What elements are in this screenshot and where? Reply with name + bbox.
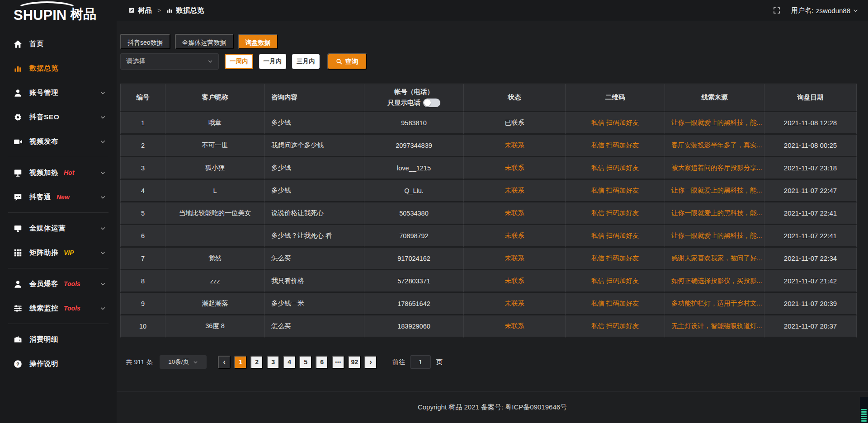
tab-media-operation-data[interactable]: 全媒体运营数据 xyxy=(175,34,234,49)
col-id: 编号 xyxy=(120,84,165,112)
topbar: 树品 > 数据总览 用户名: zswodun88 xyxy=(117,0,868,21)
range-button-one-week[interactable]: 一周内 xyxy=(225,54,253,69)
total-count: 共 911 条 xyxy=(126,358,153,367)
cell-status: 未联系 xyxy=(464,225,566,248)
page-size-value: 10条/页 xyxy=(168,358,189,366)
sidebar-item-operation-guide[interactable]: ? 操作说明 xyxy=(0,352,117,376)
sidebar-item-video-publish[interactable]: 视频发布 xyxy=(0,129,117,154)
qrcode-link[interactable]: 私信 扫码加好友 xyxy=(591,209,639,216)
cell-status: 未联系 xyxy=(464,135,566,157)
source-link[interactable]: 如何正确选择投影仪，买投影... xyxy=(671,277,762,284)
cell-qrcode: 私信 扫码加好友 xyxy=(566,112,665,135)
home-icon xyxy=(14,40,22,48)
page-more-button[interactable]: ••• xyxy=(332,356,344,369)
prev-page-button[interactable]: ‹ xyxy=(218,356,231,369)
sidebar-item-matrix-boost[interactable]: 矩阵助推 VIP xyxy=(0,240,117,265)
user-icon xyxy=(14,89,22,97)
sidebar-item-data-overview[interactable]: 数据总览 xyxy=(0,56,117,80)
range-button-one-month[interactable]: 一月内 xyxy=(259,54,287,69)
source-link[interactable]: 客厅安装投影半年多了，真实... xyxy=(671,141,762,149)
cell-source: 无主灯设计，智能磁吸轨道灯... xyxy=(665,315,764,338)
table-row: 1 哦章 多少钱 9583810 已联系 私信 扫码加好友 让你一眼就爱上的黑科… xyxy=(120,112,857,135)
range-button-three-months[interactable]: 三月内 xyxy=(292,54,320,69)
page-button-4[interactable]: 4 xyxy=(283,356,296,369)
table-header-row: 编号 客户昵称 咨询内容 帐号（电话） 只显示电话 状态 二维码 线索来源 询盘… xyxy=(120,84,857,112)
query-button[interactable]: 查询 xyxy=(327,53,367,70)
cell-id: 7 xyxy=(120,248,165,270)
qrcode-link[interactable]: 私信 扫码加好友 xyxy=(591,300,639,307)
page-button-5[interactable]: 5 xyxy=(299,356,312,369)
goto-page-input[interactable] xyxy=(410,355,431,369)
cell-id: 6 xyxy=(120,225,165,248)
cell-id: 8 xyxy=(120,270,165,293)
cell-content: 多少钱一米 xyxy=(265,293,364,315)
chevron-down-icon xyxy=(100,281,106,287)
qrcode-link[interactable]: 私信 扫码加好友 xyxy=(591,164,639,171)
source-link[interactable]: 让你一眼就爱上的黑科技，能... xyxy=(671,187,762,194)
corner-widget[interactable] xyxy=(860,397,868,423)
sidebar-item-douketong[interactable]: 抖客通 New xyxy=(0,185,117,209)
source-link[interactable]: 多功能护栏灯，适用于乡村文... xyxy=(671,300,762,307)
chevron-down-icon xyxy=(100,194,106,200)
source-link[interactable]: 让你一眼就爱上的黑科技，能... xyxy=(671,209,762,216)
qrcode-link[interactable]: 私信 扫码加好友 xyxy=(591,119,639,126)
sidebar-item-media-operation[interactable]: 全媒体运营 xyxy=(0,216,117,240)
breadcrumb-root[interactable]: 树品 xyxy=(138,6,152,15)
qrcode-link[interactable]: 私信 扫码加好友 xyxy=(591,187,639,194)
wallet-icon xyxy=(14,335,22,344)
qrcode-link[interactable]: 私信 扫码加好友 xyxy=(591,232,639,239)
data-tabs: 抖音seo数据全媒体运营数据询盘数据 xyxy=(120,34,857,49)
tab-douyin-seo-data[interactable]: 抖音seo数据 xyxy=(120,34,170,49)
filter-select-placeholder: 请选择 xyxy=(126,57,145,66)
username-label: 用户名: xyxy=(791,6,813,15)
qrcode-link[interactable]: 私信 扫码加好友 xyxy=(591,277,639,284)
tab-inquiry-data[interactable]: 询盘数据 xyxy=(238,34,278,49)
qrcode-link[interactable]: 私信 扫码加好友 xyxy=(591,141,639,149)
cell-qrcode: 私信 扫码加好友 xyxy=(566,315,665,338)
sidebar-item-consumption-detail[interactable]: 消费明细 xyxy=(0,327,117,352)
user-menu[interactable]: 用户名: zswodun88 xyxy=(791,6,858,15)
chevron-down-icon xyxy=(100,90,106,96)
chevron-down-icon xyxy=(100,306,106,311)
cell-content: 我只看价格 xyxy=(265,270,364,293)
cell-source: 如何正确选择投影仪，买投影... xyxy=(665,270,764,293)
next-page-button[interactable]: › xyxy=(364,356,377,369)
table-row: 2 不可一世 我想问这个多少钱 2097344839 未联系 私信 扫码加好友 … xyxy=(120,135,857,157)
chevron-down-icon xyxy=(208,59,213,64)
sidebar-divider xyxy=(8,157,108,157)
sidebar-item-home[interactable]: 首页 xyxy=(0,32,117,56)
username-value: zswodun88 xyxy=(816,7,850,14)
sidebar-item-douyin-seo[interactable]: 抖音SEO xyxy=(0,105,117,129)
cell-qrcode: 私信 扫码加好友 xyxy=(566,202,665,225)
page-button-6[interactable]: 6 xyxy=(316,356,328,369)
qrcode-link[interactable]: 私信 扫码加好友 xyxy=(591,254,639,262)
cell-account: 50534380 xyxy=(364,202,464,225)
page-button-3[interactable]: 3 xyxy=(267,356,279,369)
page-button-92[interactable]: 92 xyxy=(348,356,361,369)
logo-arc xyxy=(16,1,78,17)
sidebar-item-account-management[interactable]: 账号管理 xyxy=(0,80,117,105)
source-link[interactable]: 感谢大家喜欢我家，被问了好... xyxy=(671,254,762,262)
page-button-1[interactable]: 1 xyxy=(234,356,247,369)
sidebar-item-video-heating[interactable]: 视频加热 Hot xyxy=(0,160,117,185)
filter-select[interactable]: 请选择 xyxy=(120,53,219,70)
source-link[interactable]: 被大家追着问的客厅投影分享... xyxy=(671,164,762,171)
source-link[interactable]: 让你一眼就爱上的黑科技，能... xyxy=(671,232,762,239)
cell-date: 2021-11-07 22:47 xyxy=(764,180,857,202)
cell-account: 178651642 xyxy=(364,293,464,315)
chevron-down-icon xyxy=(100,170,106,176)
source-link[interactable]: 让你一眼就爱上的黑科技，能... xyxy=(671,119,762,126)
logo[interactable]: SHUPIN 树品 xyxy=(0,0,117,26)
sidebar-item-member-burst[interactable]: 会员爆客 Tools xyxy=(0,272,117,296)
chart-icon xyxy=(166,7,173,14)
fullscreen-icon[interactable] xyxy=(773,7,780,14)
source-link[interactable]: 无主灯设计，智能磁吸轨道灯... xyxy=(671,322,762,329)
phone-only-toggle[interactable] xyxy=(423,99,440,107)
page-button-2[interactable]: 2 xyxy=(250,356,263,369)
sidebar-item-label: 线索监控 xyxy=(29,304,58,313)
cell-id: 9 xyxy=(120,293,165,315)
sidebar-item-lead-monitor[interactable]: 线索监控 Tools xyxy=(0,296,117,320)
page-size-select[interactable]: 10条/页 xyxy=(160,355,207,369)
qrcode-link[interactable]: 私信 扫码加好友 xyxy=(591,322,639,329)
sidebar-item-label: 抖音SEO xyxy=(29,113,59,122)
